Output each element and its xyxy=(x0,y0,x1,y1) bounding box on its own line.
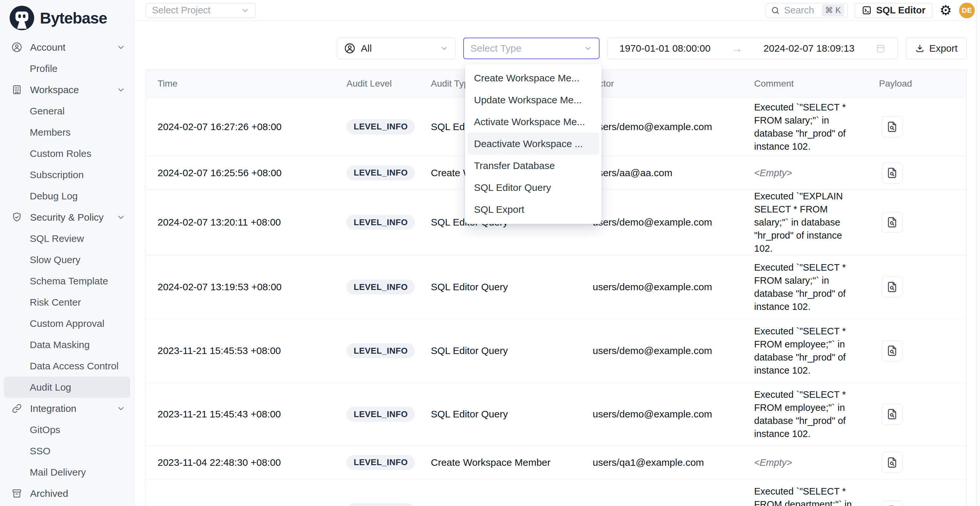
sidebar-item-mail-delivery[interactable]: Mail Delivery xyxy=(4,461,130,483)
brand-logo[interactable]: Bytebase xyxy=(4,3,130,37)
scrollbar[interactable] xyxy=(976,0,980,506)
menu-item-sql-export[interactable]: SQL Export xyxy=(468,199,599,220)
payload-view-button[interactable] xyxy=(881,500,902,506)
payload-view-button[interactable] xyxy=(881,452,902,473)
payload-view-button[interactable] xyxy=(881,212,902,233)
payload-view-button[interactable] xyxy=(881,162,902,183)
menu-item-sql-editor-query[interactable]: SQL Editor Query xyxy=(468,177,599,199)
person-circle-icon xyxy=(344,43,356,54)
audit-type: SQL Editor Query xyxy=(419,345,581,356)
sidebar-item-risk-center[interactable]: Risk Center xyxy=(4,291,130,313)
audit-level-badge: LEVEL_INFO xyxy=(347,119,415,134)
sidebar-item-schema-template[interactable]: Schema Template xyxy=(4,271,130,291)
sidebar-item-sql-review[interactable]: SQL Review xyxy=(4,228,130,249)
building-icon xyxy=(11,84,22,95)
sidebar-item-workspace[interactable]: Workspace xyxy=(4,79,130,100)
file-search-icon xyxy=(886,345,898,357)
sidebar-item-data-access-control[interactable]: Data Access Control xyxy=(4,355,130,377)
avatar[interactable]: DE xyxy=(959,3,975,18)
audit-comment: Executed `"SELECT * FROM salary;"` in da… xyxy=(754,102,846,152)
sql-editor-button[interactable]: SQL Editor xyxy=(855,3,932,18)
date-end: 2024-02-07 18:09:13 xyxy=(763,43,854,54)
audit-actor: users/demo@example.com xyxy=(581,409,743,420)
audit-comment: Executed `"SELECT * FROM employee;"` in … xyxy=(754,326,846,376)
main-area: Select Project Search ⌘ K SQL Editor ⚙ D… xyxy=(134,0,980,506)
sidebar-item-members[interactable]: Members xyxy=(4,122,130,143)
sidebar-item-sso[interactable]: SSO xyxy=(4,440,130,461)
audit-time: 2024-02-07 13:19:53 +08:00 xyxy=(146,282,335,293)
payload-view-button[interactable] xyxy=(881,404,902,425)
audit-level-badge: LEVEL_INFO xyxy=(347,280,415,294)
bytebase-robot-icon xyxy=(8,5,35,31)
audit-comment: Executed `"SELECT * FROM employee;"` in … xyxy=(754,389,846,439)
sidebar-item-custom-roles[interactable]: Custom Roles xyxy=(4,143,130,164)
sidebar-item-integration[interactable]: Integration xyxy=(4,398,130,419)
arrow-right-icon: → xyxy=(732,42,743,55)
topbar-actions: Search ⌘ K SQL Editor ⚙ DE xyxy=(766,3,975,18)
export-label: Export xyxy=(929,43,958,54)
sidebar-item-subscription[interactable]: Subscription xyxy=(4,164,130,185)
payload-view-button[interactable] xyxy=(881,340,902,361)
audit-comment: Executed `"SELECT * FROM department;"` i… xyxy=(754,486,852,506)
type-filter-placeholder: Select Type xyxy=(470,43,584,54)
audit-level-badge: LEVEL_INFO xyxy=(347,343,415,358)
chevron-down-icon xyxy=(116,43,126,52)
audit-time: 2024-02-07 16:25:56 +08:00 xyxy=(146,167,335,178)
audit-filter-row: All Select Type 1970-01-01 08:00:00 → 20… xyxy=(134,38,980,59)
menu-item-update-workspace-member[interactable]: Update Workspace Me... xyxy=(468,89,599,111)
chevron-down-icon xyxy=(584,44,592,53)
file-search-icon xyxy=(886,216,898,229)
sidebar-item-gitops[interactable]: GitOps xyxy=(4,419,130,440)
date-range-picker[interactable]: 1970-01-01 08:00:00 → 2024-02-07 18:09:1… xyxy=(607,38,898,59)
type-filter-select[interactable]: Select Type xyxy=(463,38,600,59)
sidebar-item-account[interactable]: Account xyxy=(4,37,130,58)
sidebar-nav: Account Profile Workspace General Member… xyxy=(4,37,130,504)
gear-icon[interactable]: ⚙ xyxy=(939,3,952,18)
audit-actor: users/demo@example.com xyxy=(581,282,743,293)
search-input[interactable]: Search ⌘ K xyxy=(766,3,848,18)
audit-comment: <Empty> xyxy=(754,168,792,178)
menu-item-deactivate-workspace-member[interactable]: Deactivate Workspace ... xyxy=(468,133,599,154)
terminal-icon xyxy=(862,5,872,15)
actor-filter-select[interactable]: All xyxy=(337,38,455,59)
audit-time: 2023-11-04 22:48:30 +08:00 xyxy=(146,457,335,468)
table-row: 2023-11-21 15:45:53 +08:00 LEVEL_INFO SQ… xyxy=(146,319,966,383)
user-circle-icon xyxy=(11,41,22,53)
chevron-down-icon xyxy=(116,85,126,94)
sidebar-item-archived[interactable]: Archived xyxy=(4,483,130,504)
column-audit-level: Audit Level xyxy=(335,78,419,89)
menu-item-create-workspace-member[interactable]: Create Workspace Me... xyxy=(468,67,599,89)
menu-item-activate-workspace-member[interactable]: Activate Workspace Me... xyxy=(468,111,599,133)
sidebar-item-audit-log[interactable]: Audit Log xyxy=(4,377,130,398)
date-start: 1970-01-01 08:00:00 xyxy=(619,43,711,54)
audit-comment: Executed `"EXPLAIN SELECT * FROM salary;… xyxy=(754,191,843,254)
sidebar-item-slow-query[interactable]: Slow Query xyxy=(4,249,130,271)
audit-level-badge: LEVEL_INFO xyxy=(347,215,415,230)
column-time: Time xyxy=(146,78,335,89)
export-button[interactable]: Export xyxy=(906,38,967,59)
download-icon xyxy=(915,43,925,53)
shield-check-icon xyxy=(11,212,22,223)
audit-level-badge: LEVEL_INFO xyxy=(347,455,415,470)
sidebar-item-custom-approval[interactable]: Custom Approval xyxy=(4,313,130,334)
payload-view-button[interactable] xyxy=(881,277,902,298)
sidebar-item-security-policy[interactable]: Security & Policy xyxy=(4,207,130,228)
file-search-icon xyxy=(886,167,898,179)
sidebar-item-general[interactable]: General xyxy=(4,100,130,122)
sidebar-item-debug-log[interactable]: Debug Log xyxy=(4,185,130,207)
project-select[interactable]: Select Project xyxy=(146,3,256,18)
audit-level-badge: LEVEL_INFO xyxy=(347,165,415,180)
column-actor: Actor xyxy=(581,78,743,89)
audit-actor: users/demo@example.com xyxy=(581,121,743,132)
sidebar: Bytebase Account Profile Workspace Gener… xyxy=(0,0,134,506)
menu-item-transfer-database[interactable]: Transfer Database xyxy=(468,154,599,177)
bytebase-app: Bytebase Account Profile Workspace Gener… xyxy=(0,0,980,506)
sidebar-item-data-masking[interactable]: Data Masking xyxy=(4,334,130,355)
search-icon xyxy=(771,6,780,15)
audit-time: 2024-02-07 13:20:11 +08:00 xyxy=(146,217,335,228)
column-payload: Payload xyxy=(867,78,966,89)
calendar-icon xyxy=(875,43,886,54)
sidebar-item-profile[interactable]: Profile xyxy=(4,58,130,79)
payload-view-button[interactable] xyxy=(881,116,902,137)
column-comment: Comment xyxy=(743,78,867,89)
